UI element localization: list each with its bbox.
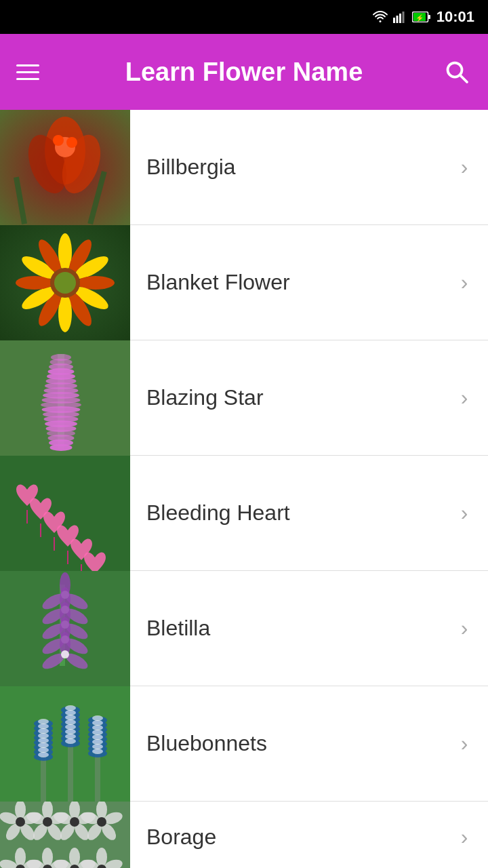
svg-point-94 bbox=[38, 728, 49, 734]
svg-point-100 bbox=[38, 743, 49, 748]
flower-item-bletilla[interactable]: Bletilla › bbox=[0, 571, 488, 686]
chevron-right-icon: › bbox=[447, 612, 481, 646]
svg-point-102 bbox=[38, 747, 49, 753]
svg-point-118 bbox=[65, 734, 76, 739]
flower-name-bletilla: Bletilla bbox=[130, 616, 447, 641]
status-icons: ⚡ 10:01 bbox=[373, 8, 474, 26]
svg-rect-5 bbox=[428, 15, 430, 19]
svg-point-33 bbox=[54, 272, 76, 294]
svg-point-128 bbox=[92, 730, 103, 735]
menu-button[interactable] bbox=[16, 57, 46, 87]
svg-point-55 bbox=[50, 444, 73, 451]
chevron-right-icon: › bbox=[447, 151, 481, 184]
svg-point-168 bbox=[42, 848, 53, 867]
svg-point-114 bbox=[65, 724, 76, 730]
flower-name-bluebonnets: Bluebonnets bbox=[130, 731, 447, 756]
svg-point-149 bbox=[43, 817, 52, 827]
flower-item-borage[interactable]: Borage › bbox=[0, 802, 488, 868]
flower-item-blazing-star[interactable]: Blazing Star › bbox=[0, 340, 488, 456]
flower-item-bleeding-heart[interactable]: Bleeding Heart › bbox=[0, 456, 488, 571]
flower-item-blanket-flower[interactable]: Blanket Flower › bbox=[0, 225, 488, 340]
flower-thumbnail-bletilla bbox=[0, 571, 130, 686]
flower-item-bluebonnets[interactable]: Bluebonnets › bbox=[0, 686, 488, 802]
flower-list: Billbergia › Blanket Flower › Blazing St… bbox=[0, 110, 488, 868]
svg-point-120 bbox=[65, 738, 76, 744]
signal-icon bbox=[393, 11, 407, 23]
svg-point-18 bbox=[66, 137, 77, 148]
flower-thumbnail-blazing-star bbox=[0, 340, 130, 456]
status-bar: ⚡ 10:01 bbox=[0, 0, 488, 34]
svg-point-174 bbox=[69, 848, 80, 867]
svg-rect-56 bbox=[0, 456, 130, 571]
flower-name-blazing-star: Blazing Star bbox=[130, 385, 447, 410]
svg-point-90 bbox=[38, 719, 49, 724]
svg-point-136 bbox=[92, 749, 103, 754]
flower-thumbnail-borage bbox=[0, 802, 130, 869]
svg-rect-0 bbox=[393, 18, 395, 23]
flower-thumbnail-bluebonnets bbox=[0, 686, 130, 802]
svg-point-180 bbox=[96, 848, 107, 867]
svg-point-132 bbox=[92, 739, 103, 745]
flower-thumbnail-bleeding-heart bbox=[0, 456, 130, 571]
svg-text:⚡: ⚡ bbox=[415, 14, 424, 22]
search-icon bbox=[445, 60, 469, 84]
svg-point-124 bbox=[92, 720, 103, 726]
svg-point-84 bbox=[61, 650, 69, 658]
flower-thumbnail-blanket-flower bbox=[0, 225, 130, 340]
battery-icon: ⚡ bbox=[412, 12, 431, 22]
svg-line-9 bbox=[460, 75, 467, 82]
toolbar: Learn Flower Name bbox=[0, 34, 488, 110]
svg-rect-3 bbox=[402, 12, 404, 23]
flower-thumbnail-billbergia bbox=[0, 110, 130, 225]
chevron-right-icon: › bbox=[447, 266, 481, 300]
svg-point-130 bbox=[92, 734, 103, 740]
svg-point-155 bbox=[70, 817, 79, 827]
flower-name-blanket-flower: Blanket Flower bbox=[130, 270, 447, 295]
svg-rect-2 bbox=[399, 14, 401, 23]
flower-name-borage: Borage bbox=[130, 825, 447, 850]
chevron-right-icon: › bbox=[447, 727, 481, 761]
svg-point-143 bbox=[16, 817, 25, 827]
svg-point-122 bbox=[92, 715, 103, 721]
svg-point-98 bbox=[38, 738, 49, 743]
svg-point-110 bbox=[65, 715, 76, 720]
chevron-right-icon: › bbox=[447, 820, 481, 854]
flower-item-billbergia[interactable]: Billbergia › bbox=[0, 110, 488, 225]
svg-point-96 bbox=[38, 733, 49, 738]
app-title: Learn Flower Name bbox=[46, 58, 442, 87]
svg-point-161 bbox=[97, 817, 106, 827]
flower-name-billbergia: Billbergia bbox=[130, 155, 447, 180]
svg-point-126 bbox=[92, 725, 103, 730]
svg-point-104 bbox=[38, 752, 49, 757]
flower-name-bleeding-heart: Bleeding Heart bbox=[130, 500, 447, 526]
svg-rect-1 bbox=[396, 16, 398, 23]
svg-point-108 bbox=[65, 710, 76, 715]
status-time: 10:01 bbox=[436, 8, 474, 26]
svg-point-92 bbox=[38, 724, 49, 729]
chevron-right-icon: › bbox=[447, 381, 481, 415]
svg-point-162 bbox=[15, 848, 26, 867]
svg-point-17 bbox=[53, 135, 64, 146]
search-button[interactable] bbox=[442, 57, 472, 87]
chevron-right-icon: › bbox=[447, 496, 481, 530]
wifi-icon bbox=[373, 11, 388, 23]
svg-point-116 bbox=[65, 729, 76, 734]
svg-point-134 bbox=[92, 744, 103, 749]
svg-point-106 bbox=[65, 705, 76, 711]
svg-point-112 bbox=[65, 719, 76, 725]
